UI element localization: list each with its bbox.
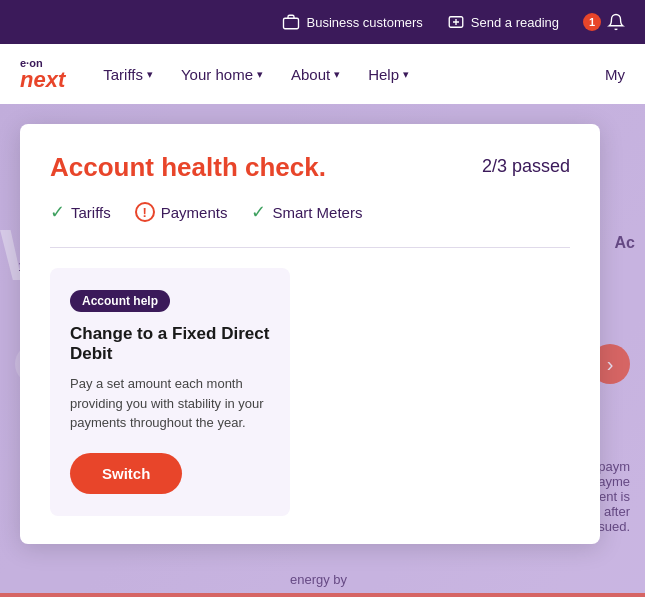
tariffs-chevron: ▾ — [147, 68, 153, 81]
bell-icon — [607, 13, 625, 31]
modal-divider — [50, 247, 570, 248]
check-tariffs: ✓ Tariffs — [50, 201, 111, 223]
notification-bell[interactable]: 1 — [583, 13, 625, 31]
help-label: Help — [368, 66, 399, 83]
logo-next: next — [20, 69, 65, 91]
nav-my[interactable]: My — [605, 66, 625, 83]
help-chevron: ▾ — [403, 68, 409, 81]
send-reading-link[interactable]: Send a reading — [447, 13, 559, 31]
nav-about[interactable]: About ▾ — [291, 66, 340, 83]
meter-icon — [447, 13, 465, 31]
check-smart-meters: ✓ Smart Meters — [251, 201, 362, 223]
your-home-chevron: ▾ — [257, 68, 263, 81]
business-customers-label: Business customers — [306, 15, 422, 30]
my-label: My — [605, 66, 625, 83]
check-payments: ! Payments — [135, 202, 228, 222]
about-chevron: ▾ — [334, 68, 340, 81]
modal-header: Account health check. 2/3 passed — [50, 152, 570, 183]
your-home-label: Your home — [181, 66, 253, 83]
modal-passed: 2/3 passed — [482, 156, 570, 177]
modal-title: Account health check. — [50, 152, 326, 183]
check-label-smart-meters: Smart Meters — [272, 204, 362, 221]
notification-badge: 1 — [583, 13, 601, 31]
card-badge: Account help — [70, 290, 170, 312]
top-bar: Business customers Send a reading 1 — [0, 0, 645, 44]
check-label-tariffs: Tariffs — [71, 204, 111, 221]
tariffs-label: Tariffs — [103, 66, 143, 83]
check-pass-icon-smart-meters: ✓ — [251, 201, 266, 223]
modal-overlay: Account health check. 2/3 passed ✓ Tarif… — [0, 104, 645, 597]
svg-rect-0 — [284, 18, 299, 29]
check-pass-icon-tariffs: ✓ — [50, 201, 65, 223]
modal-checks: ✓ Tariffs ! Payments ✓ Smart Meters — [50, 201, 570, 223]
nav-bar: e·on next Tariffs ▾ Your home ▾ About ▾ … — [0, 44, 645, 104]
briefcase-icon — [282, 13, 300, 31]
card-title: Change to a Fixed Direct Debit — [70, 324, 270, 364]
about-label: About — [291, 66, 330, 83]
logo[interactable]: e·on next — [20, 58, 65, 91]
check-warn-icon-payments: ! — [135, 202, 155, 222]
check-label-payments: Payments — [161, 204, 228, 221]
nav-tariffs[interactable]: Tariffs ▾ — [103, 66, 153, 83]
nav-help[interactable]: Help ▾ — [368, 66, 409, 83]
account-help-card: Account help Change to a Fixed Direct De… — [50, 268, 290, 516]
health-check-modal: Account health check. 2/3 passed ✓ Tarif… — [20, 124, 600, 544]
switch-button[interactable]: Switch — [70, 453, 182, 494]
send-reading-label: Send a reading — [471, 15, 559, 30]
card-description: Pay a set amount each month providing yo… — [70, 374, 270, 433]
nav-your-home[interactable]: Your home ▾ — [181, 66, 263, 83]
business-customers-link[interactable]: Business customers — [282, 13, 422, 31]
